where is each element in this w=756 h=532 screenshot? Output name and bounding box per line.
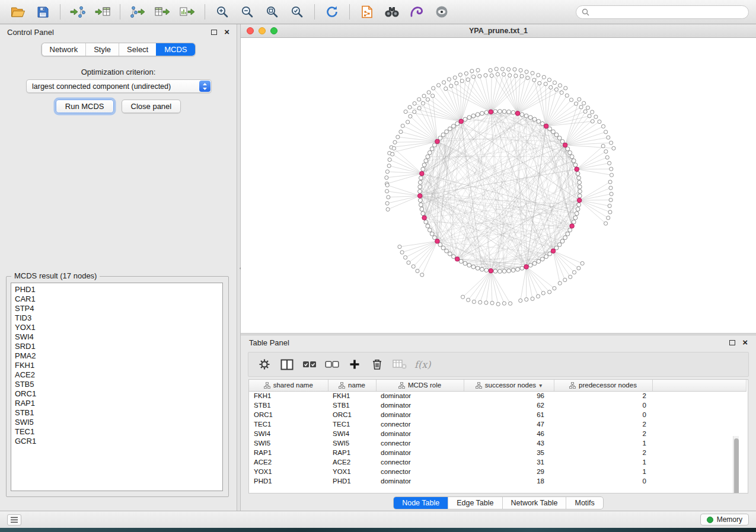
- minimize-window-button[interactable]: [259, 27, 266, 34]
- tab-mcds[interactable]: MCDS: [156, 43, 194, 56]
- table-cell[interactable]: 1: [554, 438, 652, 448]
- zoom-selected-button[interactable]: [286, 2, 308, 22]
- close-mcds-panel-button[interactable]: Close panel: [122, 100, 181, 113]
- table-cell[interactable]: connector: [376, 467, 464, 476]
- tab-node-table[interactable]: Node Table: [394, 497, 448, 509]
- table-cell[interactable]: PHD1: [328, 476, 376, 486]
- table-row[interactable]: TEC1TEC1connector472: [249, 419, 746, 429]
- table-cell[interactable]: RAP1: [328, 448, 376, 457]
- table-cell[interactable]: 0: [554, 476, 652, 486]
- table-cell[interactable]: 0: [554, 400, 652, 410]
- show-graphics-details-button[interactable]: [431, 2, 452, 22]
- search-input[interactable]: [576, 5, 749, 19]
- delete-table-button[interactable]: [390, 355, 410, 374]
- mcds-result-item[interactable]: YOX1: [11, 323, 222, 332]
- show-hide-columns-button[interactable]: [277, 355, 297, 374]
- table-cell[interactable]: SWI5: [249, 438, 328, 448]
- close-window-button[interactable]: [247, 27, 254, 34]
- column-header-predecessor-nodes[interactable]: predecessor nodes: [554, 380, 652, 391]
- scrollbar-thumb[interactable]: [734, 438, 739, 493]
- table-cell[interactable]: SWI5: [328, 438, 376, 448]
- table-row[interactable]: YOX1YOX1connector291: [249, 467, 746, 476]
- table-cell[interactable]: 18: [464, 476, 554, 486]
- table-row[interactable]: PHD1PHD1dominator180: [249, 476, 746, 486]
- tab-select[interactable]: Select: [119, 43, 156, 56]
- float-panel-icon[interactable]: [211, 30, 217, 35]
- search-field[interactable]: [593, 8, 743, 16]
- column-header-shared-name[interactable]: shared name: [249, 380, 328, 391]
- table-cell[interactable]: dominator: [376, 448, 464, 457]
- column-header-name[interactable]: name: [328, 380, 376, 391]
- table-cell[interactable]: FKH1: [249, 391, 328, 400]
- table-scrollbar[interactable]: [733, 436, 739, 493]
- table-cell[interactable]: 47: [464, 419, 554, 429]
- mcds-result-item[interactable]: RAP1: [11, 399, 222, 408]
- table-cell[interactable]: 35: [464, 448, 554, 457]
- mcds-result-item[interactable]: STB1: [11, 408, 222, 418]
- table-cell[interactable]: dominator: [376, 476, 464, 486]
- table-cell[interactable]: YOX1: [249, 467, 328, 476]
- export-network-button[interactable]: [127, 2, 148, 22]
- table-cell[interactable]: TEC1: [249, 419, 328, 429]
- table-cell[interactable]: SWI4: [328, 429, 376, 438]
- refresh-view-button[interactable]: [321, 2, 343, 22]
- mcds-result-item[interactable]: PHD1: [11, 285, 222, 294]
- table-row[interactable]: STB1STB1dominator620: [249, 400, 746, 410]
- memory-button[interactable]: Memory: [700, 514, 749, 525]
- tab-style[interactable]: Style: [85, 43, 119, 56]
- table-cell[interactable]: 1: [554, 457, 652, 467]
- table-cell[interactable]: 62: [464, 400, 554, 410]
- function-builder-button[interactable]: f(x): [412, 359, 430, 370]
- tab-motifs[interactable]: Motifs: [566, 497, 602, 509]
- apply-layout-button[interactable]: [406, 2, 428, 22]
- table-cell[interactable]: STB1: [249, 400, 328, 410]
- table-cell[interactable]: ACE2: [249, 457, 328, 467]
- mcds-result-item[interactable]: STP4: [11, 304, 222, 313]
- table-cell[interactable]: ORC1: [249, 410, 328, 419]
- table-cell[interactable]: STB1: [328, 400, 376, 410]
- table-cell[interactable]: connector: [376, 438, 464, 448]
- network-titlebar[interactable]: YPA_prune.txt_1: [241, 24, 756, 38]
- export-image-button[interactable]: [177, 2, 198, 22]
- first-neighbors-button[interactable]: [381, 2, 403, 22]
- import-network-button[interactable]: [67, 2, 88, 22]
- table-cell[interactable]: FKH1: [328, 391, 376, 400]
- table-cell[interactable]: TEC1: [328, 419, 376, 429]
- table-row[interactable]: RAP1RAP1dominator352: [249, 448, 746, 457]
- table-cell[interactable]: 31: [464, 457, 554, 467]
- column-header-mcds-role[interactable]: MCDS role: [376, 380, 464, 391]
- table-cell[interactable]: 61: [464, 410, 554, 419]
- table-cell[interactable]: dominator: [376, 391, 464, 400]
- deselect-all-rows-button[interactable]: [322, 355, 342, 374]
- panel-split-divider[interactable]: [237, 24, 241, 511]
- table-cell[interactable]: 2: [554, 391, 652, 400]
- clone-network-button[interactable]: [356, 2, 378, 22]
- mcds-result-item[interactable]: TID3: [11, 313, 222, 323]
- mcds-result-item[interactable]: SWI4: [11, 332, 222, 342]
- table-cell[interactable]: dominator: [376, 410, 464, 419]
- mcds-result-item[interactable]: TEC1: [11, 427, 222, 437]
- export-table-button[interactable]: [152, 2, 173, 22]
- table-cell[interactable]: PHD1: [249, 476, 328, 486]
- table-cell[interactable]: SWI4: [249, 429, 328, 438]
- table-cell[interactable]: 2: [554, 419, 652, 429]
- table-cell[interactable]: 43: [464, 438, 554, 448]
- mcds-result-item[interactable]: GCR1: [11, 437, 222, 446]
- table-cell[interactable]: dominator: [376, 400, 464, 410]
- table-mode-button[interactable]: [254, 355, 275, 374]
- table-cell[interactable]: 1: [554, 467, 652, 476]
- table-cell[interactable]: RAP1: [249, 448, 328, 457]
- table-cell[interactable]: ACE2: [328, 457, 376, 467]
- delete-columns-button[interactable]: [367, 355, 387, 374]
- table-cell[interactable]: 29: [464, 467, 554, 476]
- close-table-panel-icon[interactable]: [742, 339, 748, 345]
- zoom-in-button[interactable]: [212, 2, 233, 22]
- table-cell[interactable]: connector: [376, 419, 464, 429]
- table-row[interactable]: ORC1ORC1dominator610: [249, 410, 746, 419]
- network-graph[interactable]: [241, 38, 756, 333]
- run-mcds-button[interactable]: Run MCDS: [56, 100, 114, 113]
- table-cell[interactable]: 46: [464, 429, 554, 438]
- table-cell[interactable]: ORC1: [328, 410, 376, 419]
- table-row[interactable]: SWI5SWI5connector431: [249, 438, 746, 448]
- mcds-result-item[interactable]: ACE2: [11, 370, 222, 380]
